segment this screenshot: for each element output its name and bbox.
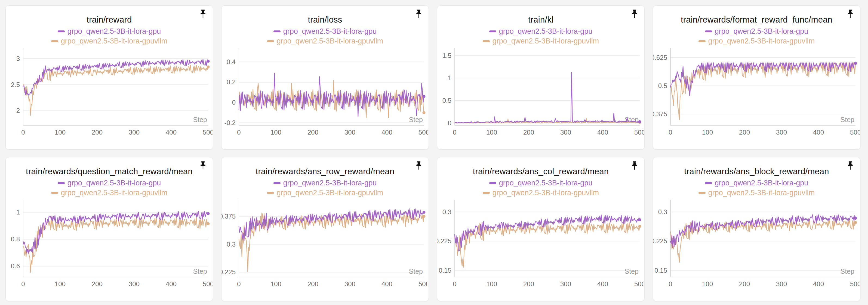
legend-item-run-0[interactable]: grpo_qwen2.5-3B-it-lora-gpu xyxy=(221,26,429,36)
legend-label: grpo_qwen2.5-3B-it-lora-gpu xyxy=(67,26,161,36)
series-endpoint-grpo_qwen2.5-3B-it-lora-gpuvllm[interactable] xyxy=(854,221,857,224)
legend-swatch xyxy=(699,192,706,194)
x-tick-label: 0 xyxy=(21,129,25,136)
chart-panel-ans-block-reward: train/rewards/ans_block_reward/mean grpo… xyxy=(653,157,860,301)
series-endpoint-grpo_qwen2.5-3B-it-lora-gpuvllm[interactable] xyxy=(423,215,426,218)
series-endpoint-grpo_qwen2.5-3B-it-lora-gpu[interactable] xyxy=(423,95,426,98)
series-line-grpo_qwen2.5-3B-it-lora-gpuvllm[interactable] xyxy=(671,218,856,262)
series-line-grpo_qwen2.5-3B-it-lora-gpuvllm[interactable] xyxy=(671,63,856,120)
x-tick-label: 200 xyxy=(308,129,318,136)
legend-item-run-1[interactable]: grpo_qwen2.5-3B-it-lora-gpuvllm xyxy=(221,36,429,46)
y-tick-label: 0.5 xyxy=(658,82,667,90)
legend-item-run-0[interactable]: grpo_qwen2.5-3B-it-lora-gpu xyxy=(437,178,644,188)
legend-item-run-0[interactable]: grpo_qwen2.5-3B-it-lora-gpu xyxy=(653,26,860,36)
series-endpoint-grpo_qwen2.5-3B-it-lora-gpuvllm[interactable] xyxy=(207,66,210,68)
series-line-grpo_qwen2.5-3B-it-lora-gpuvllm[interactable] xyxy=(23,217,208,272)
x-tick-label: 200 xyxy=(92,129,102,136)
y-tick-label: 0.4 xyxy=(227,58,236,66)
x-tick-label: 200 xyxy=(739,129,750,136)
legend-item-run-0[interactable]: grpo_qwen2.5-3B-it-lora-gpu xyxy=(653,178,860,188)
x-tick-label: 300 xyxy=(776,280,787,287)
pin-icon[interactable] xyxy=(631,161,638,170)
pin-icon[interactable] xyxy=(631,9,638,19)
panel-title: train/rewards/ans_row_reward/mean xyxy=(225,167,425,176)
series-line-grpo_qwen2.5-3B-it-lora-gpuvllm[interactable] xyxy=(23,65,208,115)
panel-title: train/reward xyxy=(9,15,210,25)
pin-icon[interactable] xyxy=(847,161,854,170)
legend-item-run-1[interactable]: grpo_qwen2.5-3B-it-lora-gpuvllm xyxy=(6,36,213,46)
chart-plot[interactable]: 0.150.2250.30100200300400500Step xyxy=(653,198,860,301)
x-tick-label: 200 xyxy=(308,280,318,287)
chart-panel-train-reward: train/reward grpo_qwen2.5-3B-it-lora-gpu… xyxy=(5,5,213,149)
series-endpoint-grpo_qwen2.5-3B-it-lora-gpu[interactable] xyxy=(207,212,210,215)
legend-item-run-0[interactable]: grpo_qwen2.5-3B-it-lora-gpu xyxy=(437,26,644,36)
legend-swatch xyxy=(274,30,281,32)
series-endpoint-grpo_qwen2.5-3B-it-lora-gpu[interactable] xyxy=(854,217,857,219)
legend-swatch xyxy=(58,30,65,32)
chart-plot[interactable]: 0.60.810100200300400500Step xyxy=(6,198,213,301)
y-tick-label: 1.5 xyxy=(442,52,452,59)
x-tick-label: 0 xyxy=(21,280,25,287)
panel-title: train/kl xyxy=(440,15,641,25)
series-endpoint-grpo_qwen2.5-3B-it-lora-gpu[interactable] xyxy=(638,218,641,221)
series-endpoint-grpo_qwen2.5-3B-it-lora-gpuvllm[interactable] xyxy=(638,225,641,228)
y-tick-label: 0.3 xyxy=(442,208,452,215)
legend-item-run-0[interactable]: grpo_qwen2.5-3B-it-lora-gpu xyxy=(6,26,213,36)
series-endpoint-grpo_qwen2.5-3B-it-lora-gpu[interactable] xyxy=(423,211,426,214)
x-tick-label: 200 xyxy=(739,280,750,287)
pin-icon[interactable] xyxy=(200,161,206,170)
legend-label: grpo_qwen2.5-3B-it-lora-gpu xyxy=(283,178,377,188)
legend-label: grpo_qwen2.5-3B-it-lora-gpu xyxy=(715,178,808,188)
pin-icon[interactable] xyxy=(415,161,422,170)
series-line-grpo_qwen2.5-3B-it-lora-gpu[interactable] xyxy=(671,215,856,248)
legend: grpo_qwen2.5-3B-it-lora-gpu grpo_qwen2.5… xyxy=(6,26,213,46)
legend-item-run-1[interactable]: grpo_qwen2.5-3B-it-lora-gpuvllm xyxy=(6,188,213,198)
x-tick-label: 100 xyxy=(55,280,66,287)
legend-label: grpo_qwen2.5-3B-it-lora-gpuvllm xyxy=(61,188,167,198)
y-tick-label: 0.5 xyxy=(442,97,452,104)
x-axis-title: Step xyxy=(840,116,855,124)
legend-swatch xyxy=(267,192,274,194)
y-tick-label: 2 xyxy=(16,107,20,114)
legend-item-run-0[interactable]: grpo_qwen2.5-3B-it-lora-gpu xyxy=(6,178,213,188)
series-endpoint-grpo_qwen2.5-3B-it-lora-gpuvllm[interactable] xyxy=(423,111,426,114)
panel-title: train/rewards/ans_block_reward/mean xyxy=(656,167,857,176)
x-tick-label: 400 xyxy=(381,280,392,287)
legend-swatch xyxy=(489,30,496,32)
y-tick-label: 1 xyxy=(448,74,452,81)
legend-item-run-1[interactable]: grpo_qwen2.5-3B-it-lora-gpuvllm xyxy=(653,188,860,198)
legend-item-run-1[interactable]: grpo_qwen2.5-3B-it-lora-gpuvllm xyxy=(437,188,644,198)
x-tick-label: 300 xyxy=(560,280,571,287)
legend-swatch xyxy=(483,192,490,194)
legend-item-run-0[interactable]: grpo_qwen2.5-3B-it-lora-gpu xyxy=(221,178,429,188)
chart-plot[interactable]: -0.200.20.40100200300400500Step xyxy=(221,46,428,149)
chart-plot[interactable]: 0.3750.50.6250100200300400500Step xyxy=(653,46,860,149)
pin-icon[interactable] xyxy=(847,9,854,19)
legend-swatch xyxy=(483,40,490,42)
series-endpoint-grpo_qwen2.5-3B-it-lora-gpu[interactable] xyxy=(854,62,857,65)
series-endpoint-grpo_qwen2.5-3B-it-lora-gpuvllm[interactable] xyxy=(207,222,210,225)
x-tick-label: 500 xyxy=(634,129,644,136)
series-line-grpo_qwen2.5-3B-it-lora-gpu[interactable] xyxy=(455,72,640,123)
pin-icon[interactable] xyxy=(415,9,422,19)
series-line-grpo_qwen2.5-3B-it-lora-gpu[interactable] xyxy=(23,211,208,253)
chart-plot[interactable]: 22.530100200300400500Step xyxy=(6,46,213,149)
legend-swatch xyxy=(489,182,496,184)
chart-panel-format-reward: train/rewards/format_reward_func/mean gr… xyxy=(653,5,860,149)
y-tick-label: 0.6 xyxy=(11,262,20,270)
legend-swatch xyxy=(699,40,706,42)
pin-icon[interactable] xyxy=(200,9,206,19)
series-endpoint-grpo_qwen2.5-3B-it-lora-gpu[interactable] xyxy=(638,120,641,123)
x-tick-label: 0 xyxy=(453,129,456,136)
chart-plot[interactable]: 0.150.2250.30100200300400500Step xyxy=(437,198,644,301)
x-tick-label: 500 xyxy=(850,129,860,136)
legend-item-run-1[interactable]: grpo_qwen2.5-3B-it-lora-gpuvllm xyxy=(653,36,860,46)
panel-title: train/rewards/ans_col_reward/mean xyxy=(440,167,641,176)
legend-item-run-1[interactable]: grpo_qwen2.5-3B-it-lora-gpuvllm xyxy=(221,188,429,198)
legend: grpo_qwen2.5-3B-it-lora-gpu grpo_qwen2.5… xyxy=(221,178,429,198)
chart-plot[interactable]: 00.511.50100200300400500Step xyxy=(437,46,644,149)
chart-plot[interactable]: 0.2250.30.3750100200300400500Step xyxy=(221,198,428,301)
legend-item-run-1[interactable]: grpo_qwen2.5-3B-it-lora-gpuvllm xyxy=(437,36,644,46)
chart-panel-ans-col-reward: train/rewards/ans_col_reward/mean grpo_q… xyxy=(437,157,645,301)
series-endpoint-grpo_qwen2.5-3B-it-lora-gpu[interactable] xyxy=(207,60,210,63)
